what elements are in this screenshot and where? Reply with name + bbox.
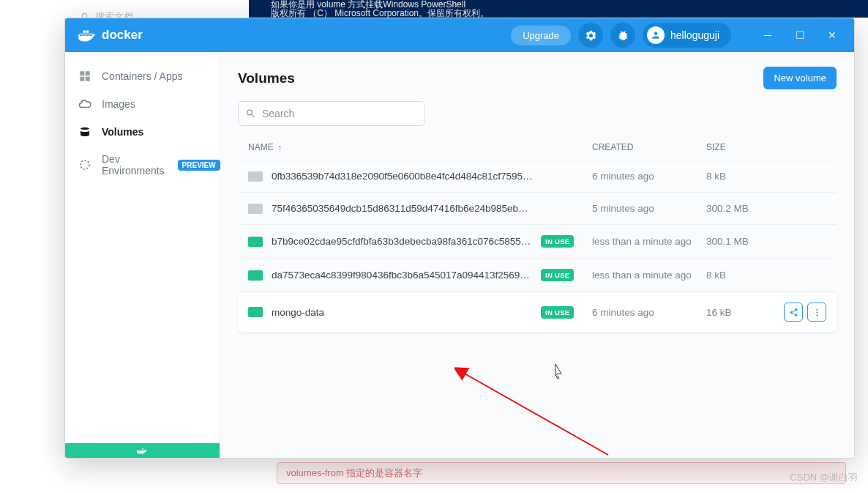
volume-size: 8 kB — [706, 270, 779, 281]
table-row[interactable]: 75f46365035649dcb15d86311d59d47416fb6e24… — [238, 193, 837, 225]
volume-name: mongo-data — [272, 307, 541, 318]
main-content: Volumes New volume NAME ↑ CREATED SIZE — [220, 52, 854, 458]
avatar — [647, 26, 665, 44]
sidebar-item-label: Dev Environments — [102, 153, 165, 177]
share-button[interactable] — [784, 303, 803, 322]
table-row[interactable]: 0fb336539b74d318e2090f5e0600b8e4fc4d484c… — [238, 160, 837, 193]
svg-point-2 — [816, 311, 818, 313]
volume-icon — [248, 270, 263, 281]
docker-logo: docker — [77, 26, 143, 45]
dev-env-icon — [78, 158, 91, 171]
volume-created: 6 minutes ago — [592, 171, 706, 182]
volume-name: 75f46365035649dcb15d86311d59d47416fb6e24… — [272, 203, 541, 214]
watermark: CSDN @谢白羽 — [790, 471, 858, 484]
settings-button[interactable] — [578, 23, 603, 48]
upgrade-button[interactable]: Upgrade — [511, 26, 571, 45]
column-size[interactable]: SIZE — [706, 142, 779, 152]
svg-point-0 — [81, 160, 89, 169]
maximize-button[interactable]: ☐ — [784, 24, 816, 46]
share-icon — [789, 308, 798, 317]
in-use-badge: IN USE — [541, 306, 574, 319]
volumes-icon — [78, 125, 91, 138]
volume-name: b7b9ce02cdae95cfdfbfa63b3debecba98fa361c… — [272, 236, 541, 247]
volume-name: da7573eca4c8399f980436fbc3b6a545017a0944… — [272, 270, 541, 281]
page-title: Volumes — [238, 70, 295, 86]
in-use-badge: IN USE — [541, 269, 574, 281]
volume-created: less than a minute ago — [592, 270, 706, 281]
bug-icon — [617, 29, 629, 42]
sidebar-item-containers[interactable]: Containers / Apps — [65, 62, 220, 90]
column-name[interactable]: NAME ↑ — [248, 142, 541, 152]
close-button[interactable]: ✕ — [816, 24, 848, 46]
svg-point-1 — [816, 308, 818, 310]
titlebar: docker Upgrade helloguguji ─ ☐ ✕ — [65, 18, 854, 52]
minimize-button[interactable]: ─ — [752, 24, 784, 46]
table-row[interactable]: b7b9ce02cdae95cfdfbfa63b3debecba98fa361c… — [238, 225, 837, 259]
svg-point-3 — [816, 314, 818, 316]
brand-text: docker — [102, 28, 143, 42]
column-created[interactable]: CREATED — [592, 142, 706, 152]
whale-icon — [136, 446, 149, 455]
docker-desktop-window: docker Upgrade helloguguji ─ ☐ ✕ Contain… — [64, 18, 855, 459]
volume-size: 300.1 MB — [706, 236, 779, 247]
table-row[interactable]: da7573eca4c8399f980436fbc3b6a545017a0944… — [238, 259, 837, 292]
background-terminal: 如果你是用 volume 方式挂载Windows PowerShell 版权所有… — [249, 0, 868, 18]
sort-asc-icon: ↑ — [278, 143, 283, 152]
volume-created: less than a minute ago — [592, 236, 706, 247]
sidebar-item-images[interactable]: Images — [65, 90, 220, 118]
volumes-table: NAME ↑ CREATED SIZE 0fb336539b74d318e209… — [238, 136, 837, 333]
table-header: NAME ↑ CREATED SIZE — [238, 136, 837, 160]
username: helloguguji — [670, 29, 719, 41]
troubleshoot-button[interactable] — [610, 23, 635, 48]
sidebar: Containers / Apps Images Volumes Dev Env… — [65, 52, 220, 458]
gear-icon — [585, 29, 597, 42]
sidebar-item-label: Volumes — [102, 126, 143, 138]
search-icon — [245, 108, 256, 119]
sidebar-footer[interactable] — [65, 443, 220, 458]
volume-icon — [248, 237, 263, 247]
cloud-icon — [78, 97, 91, 111]
volume-icon — [248, 204, 263, 214]
volume-size: 8 kB — [706, 171, 779, 182]
table-row[interactable]: mongo-dataIN USE6 minutes ago16 kB — [238, 292, 837, 333]
user-menu[interactable]: helloguguji — [643, 23, 731, 48]
window-controls: ─ ☐ ✕ — [752, 24, 848, 46]
sidebar-item-label: Containers / Apps — [102, 70, 183, 82]
whale-icon — [77, 26, 96, 45]
annotation-arrow — [454, 323, 616, 459]
search-input[interactable] — [238, 101, 425, 126]
new-volume-button[interactable]: New volume — [763, 67, 837, 89]
in-use-badge: IN USE — [541, 235, 574, 248]
volume-created: 5 minutes ago — [592, 203, 706, 214]
more-button[interactable] — [807, 303, 826, 322]
volume-size: 16 kB — [706, 307, 779, 318]
background-note: volumes-from 指定的是容器名字 — [277, 462, 846, 484]
cursor-icon — [551, 363, 564, 379]
containers-icon — [78, 70, 91, 83]
volume-icon — [248, 171, 263, 182]
volume-icon — [248, 307, 263, 317]
sidebar-item-dev-environments[interactable]: Dev Environments PREVIEW — [65, 146, 220, 184]
volume-size: 300.2 MB — [706, 203, 779, 214]
more-vertical-icon — [812, 308, 822, 317]
sidebar-item-label: Images — [102, 98, 135, 110]
volume-name: 0fb336539b74d318e2090f5e0600b8e4fc4d484c… — [272, 171, 541, 182]
preview-badge: PREVIEW — [178, 160, 220, 171]
volume-created: 6 minutes ago — [592, 307, 706, 318]
svg-line-4 — [463, 373, 608, 455]
sidebar-item-volumes[interactable]: Volumes — [65, 118, 220, 146]
person-icon — [651, 30, 661, 40]
